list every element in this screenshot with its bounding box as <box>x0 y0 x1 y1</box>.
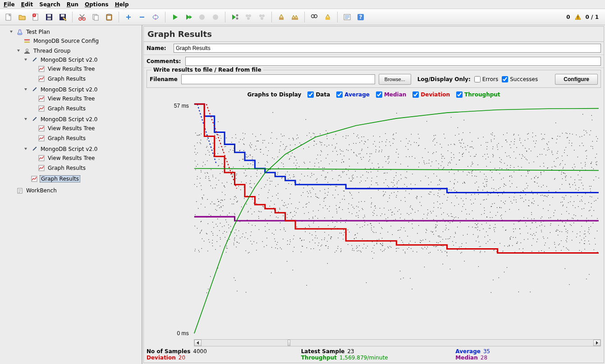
svg-rect-1893 <box>509 209 510 209</box>
menu-search[interactable]: Search <box>39 1 60 8</box>
new-button[interactable] <box>3 11 14 23</box>
svg-rect-1586 <box>348 150 348 150</box>
scroll-right-icon[interactable] <box>593 340 600 346</box>
paste-button[interactable] <box>103 11 115 23</box>
display-throughput-checkbox[interactable]: Throughput <box>456 91 500 98</box>
toggle-button[interactable] <box>150 11 161 23</box>
display-data-checkbox[interactable]: Data <box>307 91 330 98</box>
tree-mongodb-script[interactable]: MongoDB Script v2.0 View Results Tree Gr… <box>23 85 142 114</box>
comments-input[interactable] <box>185 57 601 66</box>
svg-rect-2098 <box>352 198 353 199</box>
menu-edit[interactable]: Edit <box>21 1 33 8</box>
svg-rect-457 <box>329 211 330 211</box>
shutdown-button[interactable] <box>210 11 221 23</box>
errors-checkbox[interactable]: Errors <box>474 76 499 82</box>
open-button[interactable] <box>16 11 28 23</box>
deviation-value: 20 <box>179 355 185 361</box>
svg-rect-1801 <box>278 218 278 218</box>
svg-rect-938 <box>314 145 314 146</box>
svg-rect-274 <box>287 172 288 172</box>
svg-rect-1064 <box>472 173 472 173</box>
clear-all-button[interactable] <box>289 11 301 23</box>
cut-button[interactable] <box>76 11 88 23</box>
svg-rect-294 <box>353 175 353 175</box>
save-button[interactable] <box>43 11 55 23</box>
svg-rect-2059 <box>444 194 445 195</box>
svg-rect-802 <box>254 212 255 212</box>
tree-view-results-tree[interactable]: View Results Tree <box>31 153 142 163</box>
tree-view-results-tree[interactable]: View Results Tree <box>31 64 142 74</box>
svg-rect-8 <box>61 14 64 17</box>
tree-graph-results[interactable]: Graph Results <box>31 163 142 173</box>
display-median-checkbox[interactable]: Median <box>376 91 406 98</box>
tree-mongodb-script[interactable]: MongoDB Script v2.0 View Results Tree Gr… <box>23 55 142 85</box>
clear-button[interactable] <box>275 11 287 23</box>
svg-rect-989 <box>362 209 363 210</box>
svg-rect-548 <box>591 167 592 168</box>
expand-button[interactable] <box>123 11 134 23</box>
reset-search-button[interactable] <box>322 11 334 23</box>
configure-button[interactable]: Configure <box>555 74 598 85</box>
collapse-button[interactable] <box>136 11 148 23</box>
tree-graph-results-selected[interactable]: Graph Results <box>23 174 142 184</box>
name-input[interactable] <box>174 44 601 53</box>
function-helper-button[interactable] <box>341 11 353 23</box>
tree-graph-results[interactable]: Graph Results <box>31 74 142 84</box>
svg-rect-1195 <box>270 215 270 216</box>
tree-mongodb-source-config[interactable]: MongoDB Source Config <box>16 36 142 46</box>
menu-file[interactable]: File <box>4 1 15 8</box>
svg-rect-1713 <box>366 282 367 283</box>
tree-graph-results[interactable]: Graph Results <box>31 104 142 114</box>
svg-rect-2017 <box>351 181 351 181</box>
svg-rect-1496 <box>349 178 349 178</box>
copy-button[interactable] <box>90 11 101 23</box>
svg-rect-685 <box>287 244 288 245</box>
tree-test-plan[interactable]: Test Plan MongoDB Source Config Thread G… <box>9 27 142 186</box>
svg-rect-1249 <box>537 194 537 194</box>
menu-help[interactable]: Help <box>115 1 129 8</box>
svg-rect-2075 <box>220 173 220 174</box>
svg-rect-1268 <box>436 160 436 161</box>
tree-workbench[interactable]: WorkBench <box>9 186 142 196</box>
menu-run[interactable]: Run <box>67 1 78 8</box>
display-deviation-checkbox[interactable]: Deviation <box>412 91 450 98</box>
tree-thread-group[interactable]: Thread Group MongoDB Script v2.0 View Re… <box>16 46 142 185</box>
tree-view-results-tree[interactable]: View Results Tree <box>31 94 142 104</box>
svg-rect-971 <box>325 189 325 190</box>
tree-view-results-tree[interactable]: View Results Tree <box>31 123 142 133</box>
menu-options[interactable]: Options <box>85 1 109 8</box>
tree-mongodb-script[interactable]: MongoDB Script v2.0 View Results Tree Gr… <box>23 114 142 144</box>
svg-rect-1090 <box>354 208 354 209</box>
remote-stop-button[interactable] <box>243 11 254 23</box>
start-button[interactable] <box>169 11 181 23</box>
stop-button[interactable] <box>196 11 208 23</box>
save-as-button[interactable] <box>57 11 69 23</box>
scroll-left-icon[interactable] <box>194 340 202 346</box>
close-button[interactable] <box>30 11 41 23</box>
browse-button[interactable]: Browse... <box>379 74 411 85</box>
filename-input[interactable] <box>181 74 375 84</box>
successes-checkbox[interactable]: Successes <box>502 76 538 82</box>
tree-graph-results[interactable]: Graph Results <box>31 133 142 143</box>
tree-mongodb-script[interactable]: MongoDB Script v2.0 View Results Tree Gr… <box>23 144 142 174</box>
scroll-thumb[interactable] <box>288 340 290 346</box>
svg-rect-1787 <box>500 243 500 244</box>
svg-rect-2057 <box>455 232 455 232</box>
svg-rect-733 <box>362 141 362 141</box>
svg-rect-2097 <box>249 145 250 146</box>
chart-horizontal-scrollbar[interactable] <box>194 339 601 346</box>
search-icon-button[interactable] <box>308 11 320 23</box>
svg-rect-2049 <box>207 173 208 173</box>
svg-rect-455 <box>483 137 484 137</box>
svg-rect-1325 <box>220 239 221 240</box>
remote-start-button[interactable] <box>229 11 241 23</box>
svg-rect-1372 <box>357 177 357 177</box>
svg-rect-481 <box>541 173 541 173</box>
svg-rect-1180 <box>535 146 535 147</box>
svg-rect-1328 <box>441 158 442 159</box>
start-no-pause-button[interactable] <box>183 11 194 23</box>
help-button[interactable]: ? <box>355 11 367 23</box>
display-average-checkbox[interactable]: Average <box>336 91 370 98</box>
remote-shutdown-button[interactable] <box>256 11 268 23</box>
tree-pane[interactable]: Test Plan MongoDB Source Config Thread G… <box>0 25 142 364</box>
